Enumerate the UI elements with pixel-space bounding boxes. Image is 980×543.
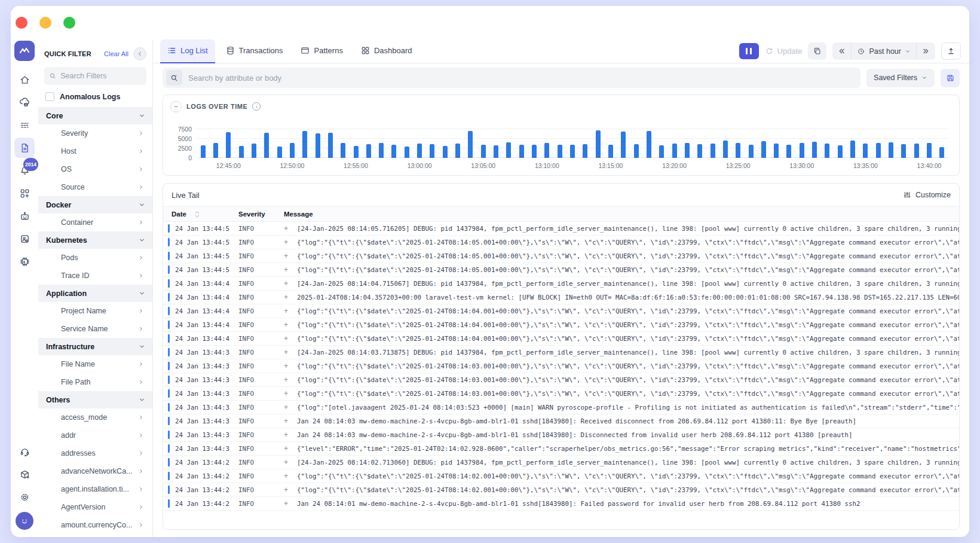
shift-forward-button[interactable] (916, 42, 935, 60)
expand-row-button[interactable]: + (284, 252, 297, 260)
expand-row-button[interactable]: + (284, 362, 297, 370)
filter-item[interactable]: addr (44, 426, 146, 444)
chart-bar[interactable] (481, 145, 486, 158)
close-window-button[interactable] (16, 17, 27, 29)
chart-bar[interactable] (443, 146, 448, 158)
expand-row-button[interactable]: + (284, 307, 297, 315)
chart-bar[interactable] (532, 145, 537, 158)
info-icon[interactable]: i (252, 102, 261, 111)
dashboard-builder-icon[interactable] (14, 183, 35, 203)
anomalous-logs-checkbox[interactable] (45, 92, 54, 101)
filter-section-header[interactable]: Docker (38, 196, 152, 213)
settings-gear-icon[interactable] (14, 487, 35, 507)
chart-bar[interactable] (570, 145, 575, 158)
chart-bar[interactable] (774, 144, 779, 158)
chart-bar[interactable] (914, 144, 919, 158)
clear-all-link[interactable]: Clear All (104, 50, 128, 57)
chart-bar[interactable] (544, 143, 549, 158)
filter-item[interactable]: Trace ID (44, 267, 146, 285)
filter-item[interactable]: Source (44, 178, 146, 196)
chart-bar[interactable] (455, 144, 460, 158)
chart-bar[interactable] (608, 145, 613, 158)
chart-bar[interactable] (634, 144, 639, 158)
filter-item[interactable]: File Name (44, 355, 146, 373)
filter-item[interactable]: Service Name (44, 320, 146, 338)
expand-row-button[interactable]: + (284, 334, 297, 343)
update-button[interactable]: Update (765, 47, 803, 56)
expand-row-button[interactable]: + (284, 486, 297, 494)
filter-item[interactable]: advanceNetworkCa... (44, 462, 146, 480)
expand-row-button[interactable]: + (284, 472, 297, 480)
sort-icon[interactable] (195, 211, 200, 218)
chart-bar[interactable] (659, 145, 664, 158)
log-row[interactable]: 24 Jan 13:44:3 INFO + {"level":"ERROR","… (163, 442, 959, 456)
log-row[interactable]: 24 Jan 13:44:3 INFO + {"log":"[otel.java… (163, 401, 959, 414)
chart-bar[interactable] (226, 132, 231, 158)
log-row[interactable]: 24 Jan 13:44:2 INFO + {"log":"{\"t\":{\"… (163, 483, 959, 497)
alerts-bell-icon[interactable]: 2014 (14, 160, 35, 181)
filter-item[interactable]: access_mode (44, 408, 146, 426)
user-avatar[interactable] (16, 512, 33, 530)
chart-bar[interactable] (838, 145, 843, 158)
support-headset-icon[interactable] (14, 441, 35, 462)
customize-button[interactable]: Customize (903, 191, 951, 199)
export-button[interactable] (941, 42, 961, 60)
chart-bar[interactable] (519, 145, 524, 158)
chip-icon[interactable] (14, 251, 35, 272)
log-row[interactable]: 24 Jan 13:44:2 INFO + [24-Jan-2025 08:14… (163, 456, 959, 469)
chart-bar[interactable] (506, 142, 511, 158)
column-date[interactable]: Date (172, 211, 186, 218)
expand-row-button[interactable]: + (284, 348, 297, 356)
filter-item[interactable]: Pods (44, 249, 146, 267)
chart-bar[interactable] (252, 144, 256, 158)
chart-bar[interactable] (316, 133, 320, 158)
saved-filters-button[interactable]: Saved Filters (866, 69, 935, 87)
log-row[interactable]: 24 Jan 13:44:5 INFO + [24-Jan-2025 08:14… (163, 222, 959, 236)
chart-bar[interactable] (366, 144, 371, 158)
chart-bar[interactable] (850, 141, 855, 158)
chart-bar[interactable] (391, 145, 396, 158)
filter-item[interactable]: amount.currencyCo... (44, 516, 146, 534)
tab-log-list[interactable]: Log List (160, 39, 215, 63)
log-search-input[interactable] (188, 74, 857, 83)
home-icon[interactable] (14, 69, 35, 90)
chart-bar[interactable] (749, 145, 754, 158)
chart-bar[interactable] (736, 143, 740, 158)
chart-bar[interactable] (277, 147, 282, 158)
filter-section-header[interactable]: Application (38, 285, 152, 302)
log-row[interactable]: 24 Jan 13:44:4 INFO + {"log":"{\"t\":{\"… (163, 304, 959, 318)
log-row[interactable]: 24 Jan 13:44:4 INFO + [24-Jan-2025 08:14… (163, 277, 959, 291)
expand-row-button[interactable]: + (284, 293, 297, 301)
chart-bar[interactable] (354, 146, 359, 158)
chart-bar[interactable] (201, 145, 206, 158)
chart-bar[interactable] (825, 144, 829, 158)
chart-bar[interactable] (889, 142, 893, 158)
log-row[interactable]: 24 Jan 13:44:5 INFO + {"log":"{\"t\":{\"… (163, 263, 959, 277)
copy-view-button[interactable] (808, 42, 826, 60)
filter-section-header[interactable]: Core (38, 107, 152, 124)
save-filter-button[interactable] (941, 69, 960, 87)
chart-bar[interactable] (494, 145, 498, 158)
maximize-window-button[interactable] (63, 17, 75, 29)
filter-item[interactable]: AgentVersion (44, 498, 146, 516)
log-row[interactable]: 24 Jan 13:44:2 INFO + Jan 24 08:14:01 mw… (163, 497, 959, 511)
expand-row-button[interactable]: + (284, 238, 297, 246)
chart-bar[interactable] (761, 141, 766, 158)
collapse-panel-button[interactable] (133, 47, 146, 60)
chart-bar[interactable] (417, 144, 422, 158)
expand-row-button[interactable]: + (284, 431, 297, 439)
tab-patterns[interactable]: Patterns (293, 39, 350, 63)
log-row[interactable]: 24 Jan 13:44:3 INFO + Jan 24 08:14:03 mw… (163, 414, 959, 428)
filter-item[interactable]: agent.installation.ti... (44, 480, 146, 498)
chart-bar[interactable] (583, 144, 587, 158)
chart-bar[interactable] (596, 130, 601, 158)
infrastructure-cloud-icon[interactable] (14, 92, 35, 112)
log-row[interactable]: 24 Jan 13:44:4 INFO + {"log":"{\"t\":{\"… (163, 332, 959, 346)
chart-bar[interactable] (800, 143, 804, 158)
filter-section-header[interactable]: Infrastructure (38, 338, 152, 355)
log-row[interactable]: 24 Jan 13:44:5 INFO + {"log":"{\"t\":{\"… (163, 236, 959, 249)
expand-row-button[interactable]: + (284, 458, 297, 466)
filter-search[interactable] (44, 67, 146, 85)
chart-bar[interactable] (710, 144, 715, 158)
chart-bar[interactable] (685, 143, 690, 158)
